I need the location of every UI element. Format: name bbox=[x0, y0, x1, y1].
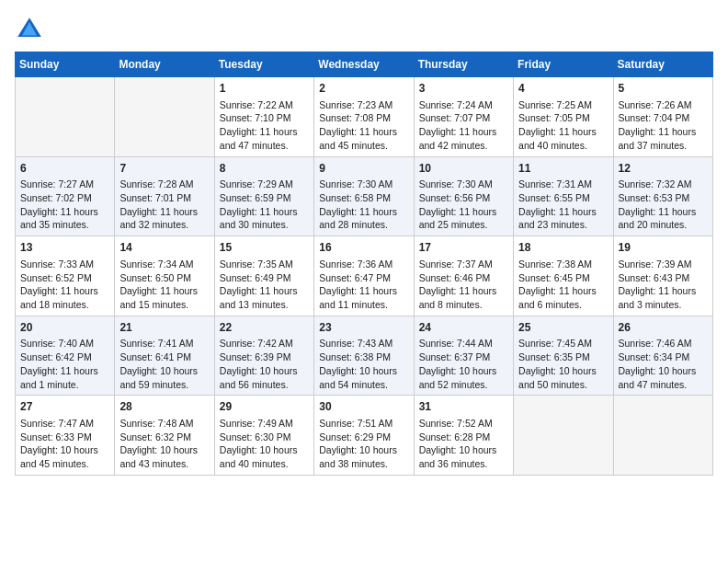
day-info: Daylight: 10 hours and 36 minutes. bbox=[419, 443, 508, 470]
day-info: Sunset: 6:28 PM bbox=[419, 431, 508, 444]
calendar-cell: 11Sunrise: 7:31 AMSunset: 6:55 PMDayligh… bbox=[514, 156, 613, 236]
day-info: Sunset: 6:52 PM bbox=[20, 271, 109, 285]
calendar-cell: 12Sunrise: 7:32 AMSunset: 6:53 PMDayligh… bbox=[613, 156, 712, 236]
day-info: Daylight: 11 hours and 28 minutes. bbox=[319, 205, 408, 232]
day-info: Sunset: 6:32 PM bbox=[119, 431, 209, 444]
day-info: Sunset: 6:42 PM bbox=[20, 350, 109, 364]
column-header-monday: Monday bbox=[115, 52, 214, 77]
day-number: 31 bbox=[419, 399, 508, 415]
day-number: 24 bbox=[419, 320, 508, 336]
calendar-week-row: 27Sunrise: 7:47 AMSunset: 6:33 PMDayligh… bbox=[16, 396, 713, 476]
calendar-cell: 8Sunrise: 7:29 AMSunset: 6:59 PMDaylight… bbox=[214, 156, 313, 236]
day-number: 29 bbox=[220, 399, 309, 415]
day-info: Sunset: 7:08 PM bbox=[319, 111, 408, 125]
calendar-cell: 31Sunrise: 7:52 AMSunset: 6:28 PMDayligh… bbox=[414, 396, 513, 476]
day-info: Sunset: 7:07 PM bbox=[419, 111, 508, 125]
day-info: Sunset: 6:53 PM bbox=[619, 191, 708, 205]
day-number: 19 bbox=[619, 240, 708, 256]
day-number: 5 bbox=[619, 81, 708, 97]
day-info: Sunset: 6:55 PM bbox=[518, 191, 608, 205]
day-number: 27 bbox=[20, 399, 109, 415]
calendar-cell: 25Sunrise: 7:45 AMSunset: 6:35 PMDayligh… bbox=[514, 316, 613, 396]
day-info: Sunset: 6:30 PM bbox=[220, 431, 309, 444]
day-info: Sunset: 6:41 PM bbox=[119, 350, 209, 364]
day-info: Daylight: 11 hours and 11 minutes. bbox=[319, 284, 408, 311]
day-info: Sunset: 6:35 PM bbox=[518, 350, 608, 364]
day-number: 12 bbox=[619, 161, 708, 177]
day-number: 28 bbox=[119, 399, 209, 415]
calendar-cell: 24Sunrise: 7:44 AMSunset: 6:37 PMDayligh… bbox=[414, 316, 513, 396]
calendar-week-row: 6Sunrise: 7:27 AMSunset: 7:02 PMDaylight… bbox=[16, 156, 713, 236]
day-info: Sunset: 6:45 PM bbox=[518, 271, 608, 285]
calendar-cell: 23Sunrise: 7:43 AMSunset: 6:38 PMDayligh… bbox=[314, 316, 414, 396]
day-info: Sunrise: 7:35 AM bbox=[220, 258, 309, 271]
day-info: Sunrise: 7:38 AM bbox=[518, 258, 608, 271]
day-number: 9 bbox=[319, 161, 408, 177]
day-info: Daylight: 11 hours and 42 minutes. bbox=[419, 125, 508, 152]
day-info: Sunset: 6:38 PM bbox=[319, 350, 408, 364]
calendar-table: SundayMondayTuesdayWednesdayThursdayFrid… bbox=[15, 52, 713, 476]
column-header-friday: Friday bbox=[514, 52, 613, 77]
day-info: Daylight: 10 hours and 47 minutes. bbox=[619, 364, 708, 391]
calendar-cell: 19Sunrise: 7:39 AMSunset: 6:43 PMDayligh… bbox=[613, 236, 712, 316]
day-info: Sunset: 6:46 PM bbox=[419, 271, 508, 285]
calendar-cell: 26Sunrise: 7:46 AMSunset: 6:34 PMDayligh… bbox=[613, 316, 712, 396]
day-info: Daylight: 10 hours and 43 minutes. bbox=[119, 443, 209, 470]
day-info: Sunset: 6:29 PM bbox=[319, 431, 408, 444]
day-info: Sunrise: 7:34 AM bbox=[119, 258, 209, 271]
day-info: Daylight: 11 hours and 6 minutes. bbox=[518, 284, 608, 311]
calendar-cell: 3Sunrise: 7:24 AMSunset: 7:07 PMDaylight… bbox=[414, 77, 513, 157]
calendar-header-row: SundayMondayTuesdayWednesdayThursdayFrid… bbox=[16, 52, 713, 77]
calendar-cell: 20Sunrise: 7:40 AMSunset: 6:42 PMDayligh… bbox=[16, 316, 115, 396]
calendar-cell: 1Sunrise: 7:22 AMSunset: 7:10 PMDaylight… bbox=[214, 77, 313, 157]
calendar-cell: 21Sunrise: 7:41 AMSunset: 6:41 PMDayligh… bbox=[115, 316, 214, 396]
column-header-sunday: Sunday bbox=[16, 52, 115, 77]
day-info: Daylight: 11 hours and 20 minutes. bbox=[619, 205, 708, 232]
logo bbox=[15, 15, 48, 44]
day-info: Daylight: 11 hours and 13 minutes. bbox=[220, 284, 309, 311]
day-info: Daylight: 11 hours and 30 minutes. bbox=[220, 205, 309, 232]
page-header bbox=[15, 15, 713, 44]
day-info: Sunrise: 7:51 AM bbox=[319, 417, 408, 431]
calendar-cell: 28Sunrise: 7:48 AMSunset: 6:32 PMDayligh… bbox=[115, 396, 214, 476]
day-info: Sunrise: 7:46 AM bbox=[619, 337, 708, 350]
calendar-cell: 7Sunrise: 7:28 AMSunset: 7:01 PMDaylight… bbox=[115, 156, 214, 236]
day-number: 8 bbox=[220, 161, 309, 177]
day-info: Sunset: 6:49 PM bbox=[220, 271, 309, 285]
calendar-cell: 5Sunrise: 7:26 AMSunset: 7:04 PMDaylight… bbox=[613, 77, 712, 157]
day-info: Daylight: 11 hours and 47 minutes. bbox=[220, 125, 309, 152]
day-info: Sunset: 6:59 PM bbox=[220, 191, 309, 205]
day-info: Sunset: 6:56 PM bbox=[419, 191, 508, 205]
day-number: 3 bbox=[419, 81, 508, 97]
day-info: Sunset: 6:37 PM bbox=[419, 350, 508, 364]
day-info: Sunrise: 7:23 AM bbox=[319, 98, 408, 112]
day-info: Sunrise: 7:26 AM bbox=[619, 98, 708, 112]
calendar-cell: 15Sunrise: 7:35 AMSunset: 6:49 PMDayligh… bbox=[214, 236, 313, 316]
calendar-week-row: 1Sunrise: 7:22 AMSunset: 7:10 PMDaylight… bbox=[16, 77, 713, 157]
day-info: Daylight: 10 hours and 38 minutes. bbox=[319, 443, 408, 470]
day-info: Daylight: 10 hours and 50 minutes. bbox=[518, 364, 608, 391]
day-info: Sunset: 7:04 PM bbox=[619, 111, 708, 125]
day-info: Daylight: 10 hours and 54 minutes. bbox=[319, 364, 408, 391]
calendar-cell bbox=[613, 396, 712, 476]
day-info: Sunrise: 7:36 AM bbox=[319, 258, 408, 271]
day-info: Sunrise: 7:29 AM bbox=[220, 178, 309, 191]
day-info: Sunrise: 7:32 AM bbox=[619, 178, 708, 191]
day-info: Sunrise: 7:40 AM bbox=[20, 337, 109, 350]
day-info: Daylight: 11 hours and 15 minutes. bbox=[119, 284, 209, 311]
calendar-cell bbox=[115, 77, 214, 157]
calendar-cell: 14Sunrise: 7:34 AMSunset: 6:50 PMDayligh… bbox=[115, 236, 214, 316]
day-number: 25 bbox=[518, 320, 608, 336]
day-info: Sunrise: 7:49 AM bbox=[220, 417, 309, 431]
day-info: Sunrise: 7:39 AM bbox=[619, 258, 708, 271]
day-info: Daylight: 11 hours and 8 minutes. bbox=[419, 284, 508, 311]
day-info: Sunrise: 7:45 AM bbox=[518, 337, 608, 350]
day-info: Sunrise: 7:43 AM bbox=[319, 337, 408, 350]
day-info: Sunrise: 7:27 AM bbox=[20, 178, 109, 191]
day-info: Daylight: 10 hours and 52 minutes. bbox=[419, 364, 508, 391]
calendar-cell: 9Sunrise: 7:30 AMSunset: 6:58 PMDaylight… bbox=[314, 156, 414, 236]
day-number: 14 bbox=[119, 240, 209, 256]
calendar-cell: 13Sunrise: 7:33 AMSunset: 6:52 PMDayligh… bbox=[16, 236, 115, 316]
day-number: 16 bbox=[319, 240, 408, 256]
day-info: Daylight: 11 hours and 25 minutes. bbox=[419, 205, 508, 232]
